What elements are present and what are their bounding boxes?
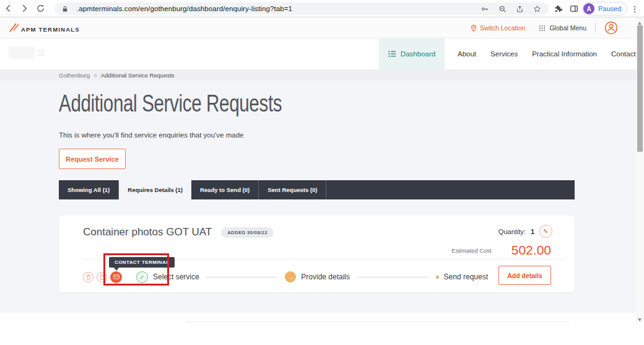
nav-link-contact[interactable]: Contact: [611, 50, 636, 58]
quantity-value: 1: [531, 228, 534, 235]
highlight-annotation-box: [103, 253, 169, 286]
add-details-button[interactable]: Add details: [498, 266, 551, 285]
breadcrumb-location[interactable]: Gothenburg: [59, 72, 90, 79]
delete-request-icon[interactable]: [83, 272, 94, 282]
avatar: A: [583, 3, 594, 14]
nav-link-about[interactable]: About: [458, 50, 476, 58]
browser-profile-chip[interactable]: A Paused: [582, 2, 627, 15]
main-content: Additional Service Requests This is wher…: [0, 81, 636, 313]
card-title: Container photos GOT UAT: [83, 226, 212, 238]
quantity-label: Quantity:: [498, 228, 526, 235]
refresh-icon[interactable]: [32, 1, 48, 16]
step-connector: [207, 277, 278, 277]
logo-text: APM TERMINALS: [21, 26, 80, 33]
step-provide-details: Provide details: [301, 273, 350, 281]
apm-terminals-logo[interactable]: APM TERMINALS: [9, 22, 80, 33]
tab-bar: Showing All (1) Requires Details (1) Rea…: [59, 180, 575, 199]
tab-showing-all[interactable]: Showing All (1): [59, 180, 119, 199]
scrollbar-thumb[interactable]: [637, 25, 643, 152]
edit-quantity-icon[interactable]: ✎: [539, 225, 552, 238]
lock-icon: [62, 6, 68, 12]
global-menu-button[interactable]: Global Menu: [539, 24, 586, 32]
nav-link-practical-information[interactable]: Practical Information: [532, 50, 597, 58]
screen: .apmterminals.com/en/gothenburg/dashboar…: [0, 0, 644, 345]
scrollbar-down-arrow-icon[interactable]: [638, 318, 642, 323]
tab-sent-requests[interactable]: Sent Requests (0): [259, 180, 326, 199]
zoom-icon[interactable]: [498, 5, 507, 13]
step-pending-dot: [436, 276, 439, 279]
page-title: Additional Service Requests: [59, 90, 282, 117]
dashboard-list-icon: [388, 50, 396, 58]
faded-terminal-logo: [9, 46, 45, 59]
site-utility-bar: APM TERMINALS Switch Location Glob: [0, 17, 636, 38]
bookmark-star-icon[interactable]: [533, 5, 541, 13]
nav-dashboard[interactable]: Dashboard: [379, 38, 445, 69]
key-icon[interactable]: [481, 5, 489, 13]
extensions-icon[interactable]: [551, 0, 565, 17]
address-bar[interactable]: .apmterminals.com/en/gothenburg/dashboar…: [54, 2, 549, 15]
added-date-badge: ADDED 30/08/22: [221, 227, 274, 238]
estimated-cost-value: 502.00: [511, 243, 551, 258]
share-icon[interactable]: [516, 5, 524, 13]
browser-toolbar: .apmterminals.com/en/gothenburg/dashboar…: [0, 0, 644, 17]
estimated-cost-label: Estimated Cost: [451, 247, 491, 254]
side-panel-icon[interactable]: [567, 0, 581, 17]
switch-location-label: Switch Location: [480, 24, 526, 32]
switch-location-button[interactable]: Switch Location: [471, 24, 526, 32]
main-nav: Dashboard About Services Practical Infor…: [0, 38, 636, 69]
tab-ready-to-send[interactable]: Ready to Send (0): [191, 180, 259, 199]
grid-icon: [539, 25, 546, 32]
breadcrumb-separator: >: [94, 72, 97, 79]
url-text[interactable]: .apmterminals.com/en/gothenburg/dashboar…: [77, 5, 292, 12]
step-send-request: Send request: [444, 273, 488, 281]
page-scrollbar[interactable]: [636, 17, 644, 345]
nav-dashboard-label: Dashboard: [401, 50, 435, 58]
browser-menu-icon[interactable]: ⋮: [628, 0, 642, 17]
request-service-button[interactable]: Request Service: [59, 149, 126, 169]
breadcrumb: Gothenburg > Additional Service Requests: [0, 69, 636, 81]
global-menu-label: Global Menu: [549, 24, 586, 32]
page-subtitle: This is where you'll find service enquir…: [59, 131, 243, 139]
breadcrumb-current-page: Additional Service Requests: [101, 72, 175, 79]
profile-status-label: Paused: [594, 5, 626, 12]
back-icon[interactable]: [0, 1, 16, 16]
step-current-arrow-icon: →: [285, 271, 296, 282]
nav-link-services[interactable]: Services: [490, 50, 518, 58]
next-section-edge: [186, 321, 570, 322]
location-pin-icon: [471, 24, 477, 32]
divider: [595, 23, 596, 33]
forward-icon[interactable]: [16, 1, 32, 16]
tab-requires-details[interactable]: Requires Details (1): [119, 180, 191, 199]
scrollbar-up-arrow-icon[interactable]: [638, 20, 642, 25]
step-connector: [357, 277, 429, 277]
account-profile-icon[interactable]: [604, 21, 618, 35]
